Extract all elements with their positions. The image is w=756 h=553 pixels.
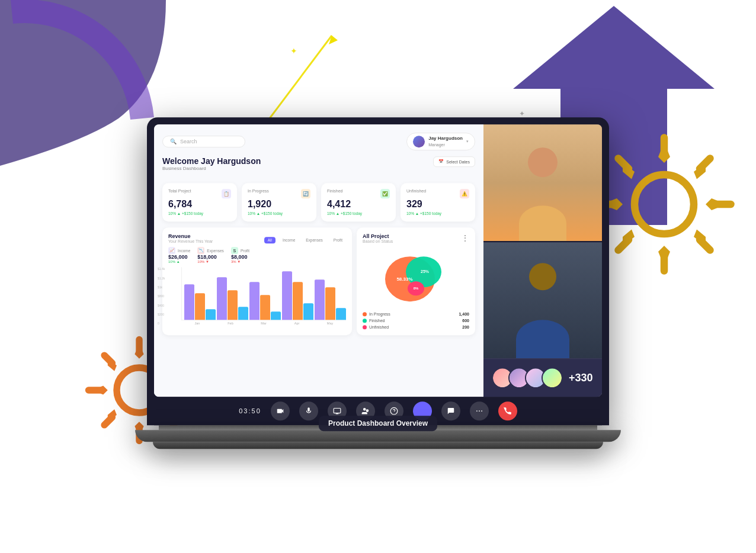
svg-text:58.33%: 58.33%: [396, 276, 412, 282]
tab-profit[interactable]: Profit: [330, 237, 346, 243]
more-button[interactable]: [470, 401, 489, 420]
participants-panel: +330: [483, 358, 602, 397]
sparkle-2: ✦: [519, 110, 525, 118]
svg-point-13: [476, 410, 478, 411]
search-placeholder: Search: [180, 139, 197, 144]
stat-icon-0: 📋: [222, 189, 231, 198]
tooltip-text: Product Dashboard Overview: [328, 419, 428, 427]
stat-label-1: In Progress: [248, 189, 269, 193]
bar-group-jan: [184, 284, 216, 320]
metric-expenses: 📉 Expenses $18,000 10% ▼: [197, 247, 224, 263]
metric-profit: S Profit $8,000 3% ▼: [231, 247, 249, 263]
end-call-button[interactable]: [498, 401, 517, 420]
legend-finished: Finished 600: [363, 319, 469, 323]
svg-point-15: [481, 410, 482, 411]
revenue-metrics: 📈 Income $26,000 10% ▲ 📉 Expenses: [168, 247, 346, 263]
stat-finished: Finished ✅ 4,412 10% ▲ +$150 today: [321, 183, 396, 221]
search-bar[interactable]: 🔍 Search: [162, 136, 245, 147]
stat-value-0: 6,784: [168, 198, 231, 210]
label-jan: Jan: [181, 321, 213, 325]
bar-group-feb: [217, 277, 248, 320]
laptop-container: 🔍 Search Jay Hargudson Manager ▾: [123, 117, 633, 449]
camera-button[interactable]: [271, 401, 290, 420]
participants-count: +330: [569, 372, 593, 384]
label-mar: Mar: [248, 321, 280, 325]
svg-text:25%: 25%: [421, 269, 430, 274]
search-icon: 🔍: [170, 139, 177, 144]
welcome-section: Welcome Jay Hargudson Business Dashboard: [162, 156, 261, 171]
all-project-chart-card: All Project Based on Status ⋮: [357, 227, 475, 335]
svg-rect-11: [334, 409, 341, 413]
legend-dot-finished: [363, 319, 367, 323]
bar-apr-purple: [282, 271, 292, 320]
revenue-chart-header: Revenue Your Revenue This Year All Incom…: [168, 233, 346, 247]
stat-change-2: 10% ▲ +$150 today: [327, 211, 390, 216]
legend-dot-in-progress: [363, 312, 367, 316]
stat-value-3: 329: [406, 198, 469, 210]
bar-feb-blue: [238, 307, 248, 320]
income-label: Income: [178, 249, 190, 253]
expenses-label: Expenses: [207, 249, 224, 253]
revenue-tabs: All Income Expenses Profit: [264, 237, 346, 243]
bar-chart: [181, 267, 346, 320]
call-timer: 03:50: [239, 407, 261, 414]
dashboard-panel: 🔍 Search Jay Hargudson Manager ▾: [154, 124, 483, 397]
legend-label-finished: Finished: [369, 319, 462, 323]
legend-value-in-progress: 1,400: [459, 312, 469, 316]
stat-change-3: 10% ▲ +$150 today: [406, 211, 469, 216]
video-panel: +330: [483, 124, 602, 397]
stat-label-0: Total Project: [168, 189, 191, 193]
svg-line-3: [261, 36, 332, 130]
bar-jan-blue: [206, 309, 216, 320]
tab-expenses[interactable]: Expenses: [302, 237, 326, 243]
legend-dot-unfinished: [363, 325, 367, 329]
svg-point-2: [635, 175, 694, 234]
tab-all[interactable]: All: [264, 237, 276, 243]
stat-icon-3: ⚠️: [460, 189, 469, 198]
stat-in-progress: In Progress 🔄 1,920 10% ▲ +$150 today: [242, 183, 316, 221]
y-axis-labels: $1.4k$1.2k$1k$800$400$2000: [158, 267, 165, 325]
legend-value-finished: 600: [462, 319, 469, 323]
user-role: Manager: [428, 142, 463, 147]
stat-value-1: 1,920: [248, 198, 310, 210]
legend-unfinished: Unfinished 200: [363, 325, 469, 329]
bar-mar-orange: [260, 295, 270, 320]
project-sub: Based on Status: [363, 239, 393, 243]
pie-legend: In Progress 1,400 Finished 600 Unfinishe…: [363, 312, 469, 329]
pie-chart-container: 58.33% 25% 8%: [363, 248, 469, 307]
laptop-keyboard: [135, 430, 621, 442]
calendar-icon: 📅: [438, 159, 444, 164]
bar-mar-purple: [249, 282, 260, 320]
stat-value-2: 4,412: [327, 198, 390, 210]
bar-jan-orange: [195, 293, 205, 320]
stats-row: Total Project 📋 6,784 10% ▲ +$150 today …: [162, 183, 475, 221]
user-badge[interactable]: Jay Hargudson Manager ▾: [406, 133, 475, 150]
stat-label-3: Unfinished: [406, 189, 426, 193]
label-feb: Feb: [214, 321, 246, 325]
user-info: Jay Hargudson Manager: [428, 136, 463, 147]
video-person2: [483, 241, 602, 359]
charts-row: Revenue Your Revenue This Year All Incom…: [162, 227, 475, 335]
bar-group-may: [315, 279, 346, 320]
tooltip-bar: Product Dashboard Overview: [319, 416, 437, 431]
svg-text:8%: 8%: [414, 287, 419, 290]
bar-may-orange: [325, 287, 335, 320]
mic-button[interactable]: [299, 401, 318, 420]
tab-income[interactable]: Income: [279, 237, 299, 243]
bar-apr-blue: [303, 303, 313, 320]
bar-apr-orange: [293, 282, 303, 320]
bar-may-purple: [315, 279, 325, 320]
project-title: All Project: [363, 233, 393, 239]
date-select-button[interactable]: 📅 Select Dates: [433, 156, 475, 167]
bar-feb-purple: [217, 277, 227, 320]
legend-in-progress: In Progress 1,400: [363, 312, 469, 316]
svg-point-14: [479, 410, 480, 411]
legend-label-unfinished: Unfinished: [369, 325, 462, 329]
income-icon: 📈: [168, 247, 175, 254]
pie-chart: 58.33% 25% 8%: [377, 248, 454, 307]
project-menu-icon[interactable]: ⋮: [461, 233, 469, 243]
revenue-sub: Your Revenue This Year: [168, 239, 213, 243]
person-female-figure: [483, 124, 602, 241]
chat-button[interactable]: [441, 401, 460, 420]
date-btn-label: Select Dates: [446, 160, 470, 164]
